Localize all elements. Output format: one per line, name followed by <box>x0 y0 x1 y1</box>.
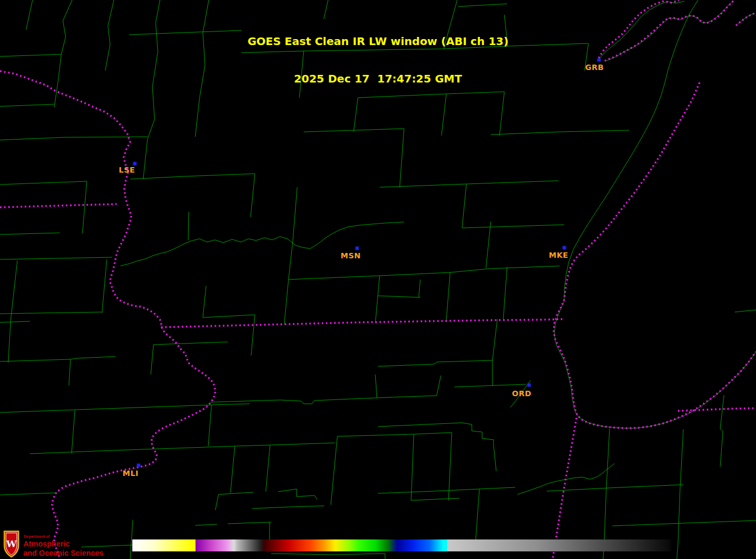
door-peninsula-green-shoreline <box>599 1 684 59</box>
in-mi-border <box>678 408 756 411</box>
door-peninsula-border <box>599 1 679 58</box>
satellite-viewer-screen: GOES East Clean IR LW window (ABI ch 13)… <box>0 0 756 559</box>
image-title: GOES East Clean IR LW window (ABI ch 13)… <box>247 10 508 110</box>
station-label-mli: MLI <box>123 469 139 478</box>
wi-il-border <box>161 319 563 327</box>
svg-text:W: W <box>5 538 17 549</box>
station-label-mke: MKE <box>549 251 568 259</box>
title-line-2: 2025 Dec 17 17:47:25 GMT <box>247 73 508 85</box>
wisconsin-river-line <box>120 222 404 266</box>
station-marker-msn <box>356 247 358 250</box>
uw-crest-icon: W <box>3 530 20 558</box>
logo-line-1: Atmospheric <box>23 539 70 548</box>
station-marker-grb <box>598 59 600 61</box>
station-label-ord: ORD <box>512 389 531 398</box>
mn-ia-border <box>0 204 117 207</box>
il-in-border <box>553 418 576 559</box>
logo-line-2: and Oceanic Sciences <box>23 549 104 557</box>
aos-logo: W Department of Atmospheric and Oceanic … <box>3 530 112 559</box>
lake-michigan-green-shoreline <box>554 0 756 428</box>
station-label-grb: GRB <box>585 63 604 72</box>
title-line-1: GOES East Clean IR LW window (ABI ch 13) <box>247 35 508 48</box>
station-marker-lse <box>133 162 136 165</box>
station-marker-mke <box>563 246 566 249</box>
station-label-msn: MSN <box>341 251 361 260</box>
shoreline-lines-layer <box>554 0 756 428</box>
station-marker-mli <box>137 464 140 467</box>
station-marker-ord <box>528 384 530 386</box>
mississippi-river-border <box>0 71 215 559</box>
colorbar <box>132 539 672 551</box>
station-label-lse: LSE <box>119 166 135 174</box>
logo-dept-text: Department of <box>24 535 49 538</box>
washington-island-border <box>736 12 756 26</box>
lake-michigan-shoreline-border <box>554 82 756 428</box>
